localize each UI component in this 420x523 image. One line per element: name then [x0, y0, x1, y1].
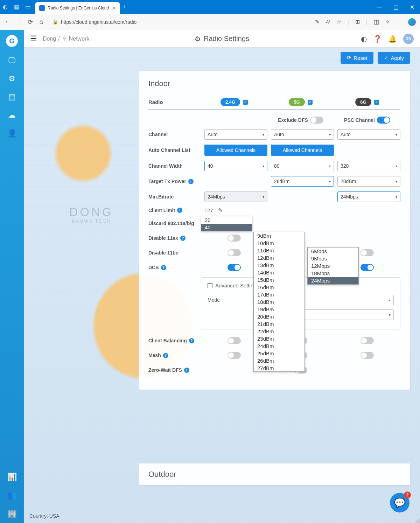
client-balancing-24g-toggle[interactable] — [227, 337, 241, 344]
mesh-24g-toggle[interactable] — [227, 352, 241, 359]
maximize-icon[interactable]: ▢ — [393, 4, 399, 11]
dropdown-option[interactable]: 14dBm — [254, 269, 304, 276]
width-5g-select[interactable]: 80▾ — [271, 161, 334, 171]
tx-5g-select[interactable]: 28dBm▾ — [271, 176, 334, 187]
dropdown-option[interactable]: 13dBm — [254, 262, 304, 269]
dropdown-option[interactable]: 12Mbps — [308, 262, 358, 270]
collapse-icon[interactable]: − — [208, 283, 212, 288]
dropdown-option[interactable]: 23dBm — [254, 335, 304, 342]
sidebar-news-icon[interactable]: ▤ — [8, 92, 16, 102]
disable-11be-6g-toggle[interactable] — [360, 249, 374, 256]
sidebar-team-icon[interactable]: 👥 — [7, 491, 17, 500]
dcs-24g-toggle[interactable] — [227, 264, 241, 271]
dropdown-option[interactable]: 10dBm — [254, 239, 304, 247]
mesh-6g-toggle[interactable] — [360, 352, 374, 359]
browser-tab[interactable]: Radio Settings | EnGenius Cloud ✕ — [35, 2, 120, 14]
back-button[interactable]: ← — [4, 19, 11, 26]
new-tab-button[interactable]: + — [123, 4, 127, 11]
bitrate-6g-select[interactable]: 24Mbps▾ — [337, 191, 400, 202]
channel-width-dropdown[interactable]: 2040 — [201, 216, 252, 231]
help-icon[interactable]: ? — [180, 236, 186, 241]
url-field[interactable]: 🔒 https://cloud.engenius.ai/ezm/radio — [49, 18, 311, 26]
dropdown-option[interactable]: 25dBm — [254, 350, 304, 357]
sidebar-report-icon[interactable]: 📊 — [7, 473, 17, 482]
bitrate-24g-select[interactable]: 24Mbps▾ — [204, 191, 267, 202]
help-icon[interactable]: ❓ — [373, 35, 382, 43]
reset-button[interactable]: ⟳Reset — [341, 52, 373, 64]
sidebar-settings-icon[interactable]: ⚙ — [8, 74, 15, 83]
menu-icon[interactable]: ☰ — [30, 34, 37, 43]
app-logo[interactable]: G — [6, 35, 18, 47]
channel-24g-select[interactable]: Auto▾ — [204, 129, 267, 140]
dropdown-option[interactable]: 9dBm — [254, 232, 304, 239]
resize-corner[interactable] — [414, 517, 420, 523]
exclude-dfs-toggle[interactable] — [310, 117, 323, 124]
disable-11be-24g-toggle[interactable] — [227, 249, 241, 256]
avatar[interactable]: DN — [403, 34, 414, 44]
sidebar-building-icon[interactable]: 🏢 — [7, 509, 17, 518]
dropdown-option[interactable]: 6Mbps — [308, 247, 358, 255]
bell-icon[interactable]: 🔔 — [388, 35, 397, 43]
dropdown-option[interactable]: 18dBm — [254, 298, 304, 306]
tx-6g-select[interactable]: 28dBm▾ — [337, 176, 400, 187]
help-icon[interactable]: ? — [189, 338, 194, 343]
dropdown-option[interactable]: 20dBm — [254, 313, 304, 320]
split-screen-icon[interactable]: ◫ — [374, 19, 379, 25]
psc-channel-toggle[interactable] — [377, 117, 390, 124]
dropdown-option[interactable]: 22dBm — [254, 328, 304, 335]
collections-icon[interactable]: ✧ — [385, 19, 390, 25]
close-window-icon[interactable]: ✕ — [410, 4, 414, 11]
dropdown-option[interactable]: 21dBm — [254, 320, 304, 328]
favorite-icon[interactable]: ☆ — [336, 19, 341, 25]
dropdown-option[interactable]: 19dBm — [254, 306, 304, 313]
info-icon[interactable]: i — [177, 208, 182, 213]
contrast-icon[interactable]: ◐ — [361, 35, 367, 43]
help-icon[interactable]: ? — [163, 353, 168, 358]
dropdown-option[interactable]: 16dBm — [254, 284, 304, 291]
channel-5g-select[interactable]: Auto▾ — [271, 129, 334, 140]
info-icon[interactable]: i — [188, 179, 194, 184]
chat-button[interactable]: 💬 2 — [390, 493, 410, 512]
allowed-channels-5g-button[interactable]: Allowed Channels — [271, 145, 334, 156]
edit-icon[interactable]: ✎ — [218, 207, 223, 214]
tab-actions-icon[interactable]: ▭ — [25, 4, 32, 11]
dropdown-option[interactable]: 40 — [201, 224, 252, 231]
help-icon[interactable]: ? — [161, 265, 166, 270]
dropdown-option[interactable]: 27dBm — [254, 364, 304, 372]
more-icon[interactable]: ⋯ — [396, 19, 402, 25]
dropdown-option[interactable]: 24Mbps — [308, 277, 358, 284]
radio-5g-checkbox[interactable]: ✓ — [308, 100, 313, 105]
width-6g-select[interactable]: 320▾ — [337, 161, 400, 171]
home-button[interactable]: ⌂ — [38, 19, 45, 26]
copilot-icon[interactable] — [408, 18, 416, 26]
client-balancing-6g-toggle[interactable] — [360, 337, 374, 344]
radio-24g-checkbox[interactable]: ✓ — [243, 100, 248, 105]
profile-icon[interactable]: ◐ — [3, 4, 10, 11]
dropdown-option[interactable]: 24dBm — [254, 342, 304, 350]
dropdown-option[interactable]: 20 — [201, 216, 252, 224]
disable-11ax-24g-toggle[interactable] — [227, 235, 241, 242]
sidebar-dashboard-icon[interactable]: 🖵 — [8, 56, 16, 65]
bitrate-dropdown[interactable]: 6Mbps9Mbps12Mbps18Mbps24Mbps — [307, 247, 359, 285]
info-icon[interactable]: i — [184, 368, 189, 373]
dropdown-option[interactable]: 15dBm — [254, 276, 304, 284]
allowed-channels-24g-button[interactable]: Allowed Channels — [204, 145, 267, 156]
shopping-icon[interactable]: ✎ — [315, 19, 320, 25]
extensions-icon[interactable]: ⊞ — [355, 19, 360, 25]
workspaces-icon[interactable]: ▦ — [14, 4, 21, 11]
dropdown-option[interactable]: 18Mbps — [308, 270, 358, 277]
channel-6g-select[interactable]: Auto▾ — [337, 129, 400, 140]
close-tab-icon[interactable]: ✕ — [112, 5, 116, 11]
dropdown-option[interactable]: 17dBm — [254, 291, 304, 298]
refresh-button[interactable]: ⟳ — [27, 19, 34, 26]
sidebar-cloud-icon[interactable]: ☁ — [8, 111, 16, 120]
tx-power-dropdown[interactable]: 9dBm10dBm11dBm12dBm13dBm14dBm15dBm16dBm1… — [253, 232, 305, 372]
dcs-6g-toggle[interactable] — [360, 264, 374, 271]
radio-6g-checkbox[interactable]: ✓ — [374, 100, 379, 105]
width-24g-select[interactable]: 40▾ — [204, 161, 267, 171]
dropdown-option[interactable]: 26dBm — [254, 357, 304, 364]
breadcrumb[interactable]: Dong / ⚛ Network — [43, 35, 89, 42]
dropdown-option[interactable]: 9Mbps — [308, 255, 358, 262]
sidebar-user-icon[interactable]: 👤 — [7, 129, 17, 138]
apply-button[interactable]: ✓Apply — [378, 52, 410, 64]
